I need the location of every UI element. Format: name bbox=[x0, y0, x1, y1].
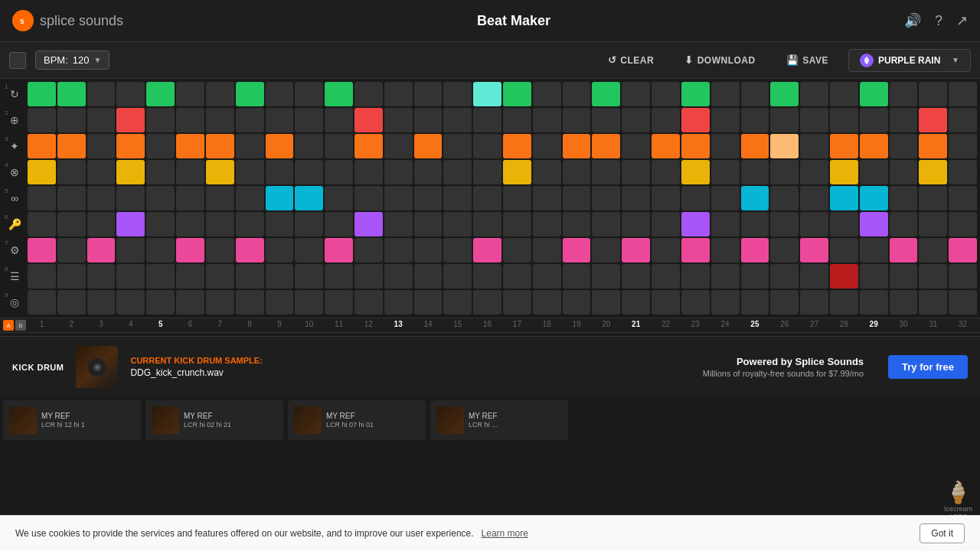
beat-cell-r7-c20[interactable] bbox=[592, 238, 620, 262]
cookie-learn-more[interactable]: Learn more bbox=[482, 528, 528, 539]
beat-cell-r6-c16[interactable] bbox=[473, 212, 501, 236]
row-icon-4[interactable]: ⊗4 bbox=[3, 160, 26, 184]
beat-cell-r4-c20[interactable] bbox=[592, 160, 620, 184]
beat-cell-r3-c12[interactable] bbox=[354, 134, 383, 158]
beat-cell-r6-c10[interactable] bbox=[295, 212, 323, 236]
beat-cell-r8-c18[interactable] bbox=[533, 264, 561, 289]
beat-cell-r6-c19[interactable] bbox=[563, 212, 591, 236]
beat-cell-r2-c16[interactable] bbox=[473, 108, 501, 132]
beat-cell-r6-c27[interactable] bbox=[800, 212, 828, 236]
beat-cell-r2-c19[interactable] bbox=[563, 108, 591, 132]
beat-cell-r9-c19[interactable] bbox=[563, 290, 591, 315]
beat-cell-r1-c3[interactable] bbox=[87, 82, 116, 106]
beat-cell-r5-c13[interactable] bbox=[384, 186, 413, 210]
beat-cell-r2-c11[interactable] bbox=[325, 108, 353, 132]
beat-cell-r1-c16[interactable] bbox=[473, 82, 501, 106]
beat-cell-r7-c7[interactable] bbox=[206, 238, 234, 262]
beat-cell-r2-c1[interactable] bbox=[28, 108, 56, 132]
beat-cell-r2-c22[interactable] bbox=[652, 108, 680, 132]
beat-cell-r3-c16[interactable] bbox=[473, 134, 501, 158]
beat-cell-r3-c14[interactable] bbox=[414, 134, 443, 158]
sample-preview-3[interactable]: MY REF LCR hi 07 hi 01 bbox=[288, 400, 426, 440]
beat-cell-r3-c27[interactable] bbox=[800, 134, 828, 158]
beat-cell-r6-c20[interactable] bbox=[592, 212, 620, 236]
beat-cell-r3-c19[interactable] bbox=[563, 134, 591, 158]
beat-cell-r5-c10[interactable] bbox=[295, 186, 323, 210]
beat-cell-r1-c5[interactable] bbox=[146, 82, 175, 106]
beat-cell-r2-c2[interactable] bbox=[57, 108, 86, 132]
beat-cell-r5-c32[interactable] bbox=[949, 186, 977, 210]
row-icon-2[interactable]: ⊕2 bbox=[3, 108, 26, 132]
beat-cell-r6-c13[interactable] bbox=[384, 212, 413, 236]
beat-cell-r9-c24[interactable] bbox=[711, 290, 740, 315]
beat-cell-r9-c28[interactable] bbox=[830, 290, 858, 315]
beat-cell-r5-c20[interactable] bbox=[592, 186, 620, 210]
beat-cell-r4-c31[interactable] bbox=[919, 160, 947, 184]
beat-cell-r2-c24[interactable] bbox=[711, 108, 740, 132]
beat-cell-r4-c6[interactable] bbox=[176, 160, 204, 184]
beat-cell-r7-c12[interactable] bbox=[354, 238, 383, 262]
beat-cell-r7-c28[interactable] bbox=[830, 238, 858, 262]
beat-cell-r7-c16[interactable] bbox=[473, 238, 501, 262]
beat-cell-r7-c26[interactable] bbox=[770, 238, 799, 262]
bpm-dropdown-icon[interactable]: ▼ bbox=[94, 56, 102, 64]
beat-cell-r9-c4[interactable] bbox=[116, 290, 145, 315]
beat-cell-r7-c22[interactable] bbox=[652, 238, 680, 262]
beat-cell-r1-c1[interactable] bbox=[28, 82, 56, 106]
beat-cell-r2-c10[interactable] bbox=[295, 108, 323, 132]
beat-cell-r8-c10[interactable] bbox=[295, 264, 323, 289]
beat-cell-r4-c12[interactable] bbox=[354, 160, 383, 184]
beat-cell-r3-c25[interactable] bbox=[741, 134, 769, 158]
beat-cell-r8-c26[interactable] bbox=[770, 264, 799, 289]
beat-cell-r6-c31[interactable] bbox=[919, 212, 947, 236]
beat-cell-r2-c6[interactable] bbox=[176, 108, 204, 132]
beat-cell-r1-c26[interactable] bbox=[770, 82, 799, 106]
row-icon-6[interactable]: 🔑6 bbox=[3, 212, 26, 236]
beat-cell-r9-c22[interactable] bbox=[652, 290, 680, 315]
beat-cell-r9-c10[interactable] bbox=[295, 290, 323, 315]
beat-cell-r4-c18[interactable] bbox=[533, 160, 561, 184]
beat-cell-r1-c15[interactable] bbox=[443, 82, 472, 106]
beat-cell-r4-c1[interactable] bbox=[28, 160, 56, 184]
beat-cell-r6-c18[interactable] bbox=[533, 212, 561, 236]
beat-cell-r3-c17[interactable] bbox=[503, 134, 531, 158]
beat-cell-r7-c13[interactable] bbox=[384, 238, 413, 262]
sample-preview-1[interactable]: MY REF LCR hi 12 hi 1 bbox=[3, 400, 141, 440]
beat-cell-r6-c5[interactable] bbox=[146, 212, 175, 236]
beat-cell-r7-c11[interactable] bbox=[325, 238, 353, 262]
beat-cell-r6-c32[interactable] bbox=[949, 212, 977, 236]
beat-cell-r6-c11[interactable] bbox=[325, 212, 353, 236]
beat-cell-r7-c5[interactable] bbox=[146, 238, 175, 262]
beat-cell-r6-c21[interactable] bbox=[622, 212, 650, 236]
beat-cell-r4-c30[interactable] bbox=[890, 160, 918, 184]
beat-cell-r2-c8[interactable] bbox=[236, 108, 264, 132]
beat-cell-r5-c27[interactable] bbox=[800, 186, 828, 210]
beat-cell-r8-c21[interactable] bbox=[622, 264, 650, 289]
beat-cell-r6-c30[interactable] bbox=[890, 212, 918, 236]
beat-cell-r9-c9[interactable] bbox=[266, 290, 294, 315]
beat-cell-r4-c13[interactable] bbox=[384, 160, 413, 184]
beat-cell-r8-c23[interactable] bbox=[681, 264, 710, 289]
beat-cell-r3-c21[interactable] bbox=[622, 134, 650, 158]
beat-cell-r9-c16[interactable] bbox=[473, 290, 501, 315]
beat-cell-r1-c14[interactable] bbox=[414, 82, 443, 106]
beat-cell-r1-c27[interactable] bbox=[800, 82, 828, 106]
beat-cell-r5-c3[interactable] bbox=[87, 186, 116, 210]
beat-cell-r6-c23[interactable] bbox=[681, 212, 710, 236]
download-button[interactable]: ⬇ DOWNLOAD bbox=[674, 51, 766, 70]
beat-cell-r4-c32[interactable] bbox=[949, 160, 977, 184]
beat-cell-r5-c14[interactable] bbox=[414, 186, 443, 210]
beat-cell-r3-c24[interactable] bbox=[711, 134, 740, 158]
beat-cell-r9-c31[interactable] bbox=[919, 290, 947, 315]
beat-cell-r3-c28[interactable] bbox=[830, 134, 858, 158]
beat-cell-r8-c14[interactable] bbox=[414, 264, 443, 289]
beat-cell-r9-c5[interactable] bbox=[146, 290, 175, 315]
beat-cell-r4-c4[interactable] bbox=[116, 160, 145, 184]
beat-cell-r9-c2[interactable] bbox=[57, 290, 86, 315]
beat-cell-r9-c23[interactable] bbox=[681, 290, 710, 315]
beat-cell-r8-c20[interactable] bbox=[592, 264, 620, 289]
volume-icon[interactable]: 🔊 bbox=[904, 12, 921, 29]
beat-cell-r2-c4[interactable] bbox=[116, 108, 145, 132]
row-icon-9[interactable]: ◎9 bbox=[3, 290, 26, 315]
beat-cell-r4-c5[interactable] bbox=[146, 160, 175, 184]
